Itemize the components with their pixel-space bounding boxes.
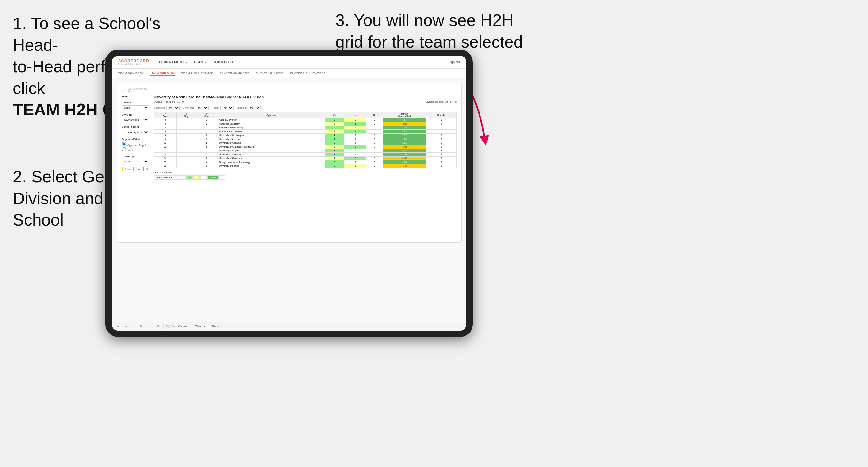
- sign-out[interactable]: | Sign out: [446, 60, 460, 64]
- cell-rounds: 8: [426, 141, 457, 145]
- cell-tie: 0: [366, 160, 383, 164]
- out-win: 1: [186, 175, 193, 180]
- cell-opponent: University of Washington: [218, 133, 325, 137]
- cell-tie: 0: [366, 164, 383, 168]
- cell-win: 1: [325, 133, 344, 137]
- table-row: 13 1 Texas Tech University 3 0 0 5.56 9: [154, 153, 457, 157]
- report-container: Last Updated: 27/03/2024 16:55:38 Team G…: [117, 83, 462, 243]
- opponent-view-section: Opponent View Opponents Played Top 100: [122, 138, 149, 152]
- cell-reg: [177, 160, 196, 164]
- copy-btn[interactable]: ⧉: [138, 324, 144, 329]
- cell-tie: 0: [366, 133, 383, 137]
- cell-loss: 0: [344, 153, 366, 157]
- opponent-select[interactable]: (All): [248, 106, 261, 110]
- nav-teams[interactable]: TEAMS: [193, 59, 206, 65]
- division-select[interactable]: NCAA Division I: [122, 118, 149, 122]
- cell-rounds: 2: [426, 137, 457, 141]
- cell-rank: 9: [154, 137, 177, 141]
- cell-rounds: 9: [426, 164, 457, 168]
- tab-player-h2h-heatmap[interactable]: PLAYER H2H HEATMAP: [290, 71, 326, 75]
- region-select[interactable]: (All): [220, 106, 234, 110]
- cell-rank: 6: [154, 130, 177, 133]
- share-btn[interactable]: Share: [210, 324, 221, 329]
- cell-diff: 3.67: [383, 133, 426, 137]
- grid-title: University of North Carolina Head-to-Hea…: [154, 95, 457, 99]
- cell-win: 3: [325, 164, 344, 168]
- col-opponent: Opponent: [218, 112, 325, 118]
- tab-team-h2h-heatmap[interactable]: TEAM H2H HEATMAP: [182, 71, 213, 75]
- cell-diff: -1.00: [383, 157, 426, 160]
- cell-diff: 4.50: [383, 160, 426, 164]
- out-of-division: Out of division NCAA Division II 1 0 0 2…: [154, 171, 457, 180]
- cell-opponent: University of Florida: [218, 164, 325, 168]
- cell-tie: 0: [366, 126, 383, 130]
- cell-win: 3: [325, 141, 344, 145]
- controls-panel: Team Gender Men's Division NCAA Division: [122, 95, 149, 180]
- cell-opponent: Arizona State University: [218, 126, 325, 130]
- last-updated: Last Updated: 27/03/2024 16:55:38: [122, 88, 148, 93]
- cell-diff: 9.00: [383, 137, 426, 141]
- school-select[interactable]: 1. University of Nort...: [122, 130, 149, 134]
- cell-conf: 1: [196, 126, 218, 130]
- gender-select[interactable]: Men's: [122, 105, 149, 110]
- watch-btn[interactable]: Watch ▾: [194, 324, 207, 329]
- opponents-label: Opponents:: [154, 107, 165, 109]
- cell-rounds: 12: [426, 130, 457, 133]
- clock-btn[interactable]: ⏱: [155, 324, 161, 329]
- filter-row: Opponents: (All) Conference (All): [154, 106, 457, 110]
- col-loss: Loss: [344, 112, 366, 118]
- annotation-3: 3. You will now see H2H grid for the tea…: [336, 9, 523, 53]
- down-dot: [122, 167, 123, 171]
- opponents-select[interactable]: (All): [166, 106, 180, 110]
- cell-conf: 2: [196, 149, 218, 153]
- opponents-played-radio[interactable]: Opponents Played: [122, 142, 149, 146]
- tab-player-summary[interactable]: PLAYER SUMMARY: [220, 71, 249, 75]
- redo-btn[interactable]: ↪: [123, 324, 129, 329]
- paste-btn[interactable]: ⌅: [146, 324, 152, 329]
- cell-conf: 4: [196, 160, 218, 164]
- col-win: Win: [325, 112, 344, 118]
- undo-btn[interactable]: ↩: [115, 324, 121, 329]
- opponent-filter: Opponent (All): [237, 106, 261, 110]
- out-name: NCAA Division II: [154, 175, 186, 180]
- tab-team-summary[interactable]: TEAM SUMMARY: [118, 71, 144, 75]
- tab-player-h2h-grid[interactable]: PLAYER H2H GRID: [255, 71, 284, 75]
- table-row: 9 3 University of Arizona 1 0 0 9.00 2: [154, 137, 457, 141]
- col-reg: #Reg: [177, 112, 196, 118]
- cell-opponent: University of Oklahoma: [218, 157, 325, 160]
- region-label: Region: [212, 107, 219, 109]
- cell-opponent: Vanderbilt University: [218, 122, 325, 126]
- ann2-line2: Division and: [13, 189, 103, 208]
- cell-tie: 0: [366, 153, 383, 157]
- cell-reg: [177, 118, 196, 122]
- out-loss: 0: [193, 175, 200, 180]
- nav-committee[interactable]: COMMITTEE: [212, 59, 235, 65]
- cell-loss: 0: [344, 137, 366, 141]
- region-filter: Region (All): [212, 106, 233, 110]
- cell-reg: [177, 153, 196, 157]
- cell-tie: 0: [366, 122, 383, 126]
- colour-select[interactable]: Win/loss: [122, 159, 149, 164]
- top100-radio[interactable]: Top 100: [122, 147, 149, 152]
- forward-btn[interactable]: ⟩: [132, 324, 136, 329]
- cell-opponent: University of Arkansas, Fayetteville: [218, 145, 325, 149]
- sub-nav: TEAM SUMMARY TEAM H2H GRID TEAM H2H HEAT…: [112, 69, 466, 78]
- cell-reg: [177, 130, 196, 133]
- level-label: Level: [136, 168, 141, 170]
- cell-rank: 8: [154, 133, 177, 137]
- cell-tie: 0: [366, 141, 383, 145]
- cell-opponent: University of Arizona: [218, 137, 325, 141]
- cell-rounds: 3: [426, 145, 457, 149]
- cell-opponent: Texas Tech University: [218, 153, 325, 157]
- logo: SCOREBOARD Powered by clippi: [118, 59, 149, 65]
- content-area: Last Updated: 27/03/2024 16:55:38 Team G…: [112, 78, 466, 322]
- cell-conf: 3: [196, 137, 218, 141]
- tab-team-h2h-grid[interactable]: TEAM H2H GRID: [150, 71, 175, 76]
- gender-label: Gender: [122, 101, 149, 104]
- cell-loss: 2: [344, 130, 366, 133]
- nav-tournaments[interactable]: TOURNAMENTS: [159, 59, 187, 65]
- cell-win: 5: [325, 126, 344, 130]
- school-section: School (Rank) 1. University of Nort...: [122, 126, 149, 134]
- conference-select[interactable]: (All): [195, 106, 209, 110]
- cell-diff: -6.42: [383, 164, 426, 168]
